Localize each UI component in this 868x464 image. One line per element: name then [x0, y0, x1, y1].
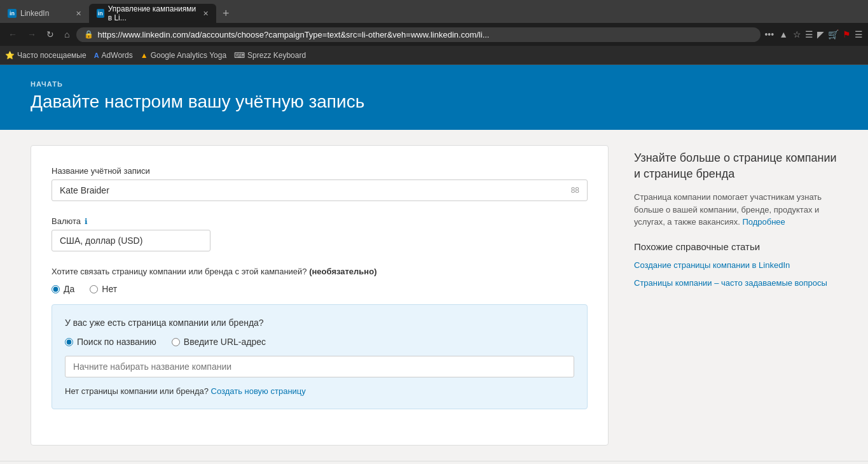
form-section: Название учётной записи 88 Валюта ℹ США,…: [31, 145, 609, 446]
company-page-group: Хотите связать страницу компании или бре…: [52, 267, 588, 409]
yes-no-radio-group: Да Нет: [52, 284, 588, 294]
bookmark-adwords-label: AdWords: [102, 51, 133, 60]
radio-no-input[interactable]: [90, 285, 98, 293]
radio-no-text: Нет: [102, 284, 117, 294]
company-page-question: Хотите связать страницу компании или бре…: [52, 267, 588, 276]
page-footer: Назад Далее: [0, 461, 868, 464]
search-by-name-label[interactable]: Поиск по названию: [65, 337, 156, 347]
bookmark-frequent[interactable]: ⭐ Часто посещаемые: [5, 51, 86, 60]
header-label: НАЧАТЬ: [31, 80, 837, 88]
company-box-question: У вас уже есть страница компании или бре…: [65, 318, 574, 328]
browser-window: in LinkedIn ✕ in Управление кампаниями в…: [0, 0, 868, 65]
radio-no-label[interactable]: Нет: [90, 284, 117, 294]
tab-linkedin-campaigns-label: Управление кампаниями в Li...: [108, 4, 199, 22]
menu-button[interactable]: ☰: [855, 29, 863, 39]
sidebar-article-1[interactable]: Создание страницы компании в LinkedIn: [634, 260, 837, 271]
company-box: У вас уже есть страница компании или бре…: [52, 304, 588, 409]
address-bar[interactable]: 🔒: [76, 27, 761, 42]
sidebar-section: Узнайте больше о странице компании и стр…: [634, 145, 837, 446]
linkedin-favicon: in: [8, 9, 17, 18]
bookmark-google-analytics[interactable]: ▲ Google Analytics Yoga: [141, 51, 226, 60]
bookmark-sprezz-label: Sprezz Keyboard: [247, 51, 306, 60]
enter-url-radio[interactable]: [172, 338, 180, 346]
bookmark-sprezz[interactable]: ⌨ Sprezz Keyboard: [234, 51, 306, 60]
shopping-button[interactable]: 🛒: [828, 29, 839, 39]
new-tab-button[interactable]: +: [216, 7, 236, 20]
tab-close-linkedin[interactable]: ✕: [76, 10, 81, 18]
radio-yes-text: Да: [64, 284, 74, 294]
bookmarks-bar: ⭐ Часто посещаемые A AdWords ▲ Google An…: [0, 46, 868, 65]
analytics-icon: ▲: [141, 51, 148, 60]
linkedin-page: НАЧАТЬ Давайте настроим вашу учётную зап…: [0, 65, 868, 464]
company-search-input[interactable]: [65, 356, 574, 377]
no-page-text: Нет страницы компании или бренда? Создат…: [65, 386, 574, 396]
header-banner: НАЧАТЬ Давайте настроим вашу учётную зап…: [0, 65, 868, 130]
sidebar-articles-title: Похожие справочные статьи: [634, 241, 837, 252]
bookmark-adwords[interactable]: A AdWords: [94, 51, 133, 60]
adwords-icon: A: [94, 52, 99, 59]
star-button[interactable]: ☆: [793, 29, 801, 39]
tab-close-campaigns[interactable]: ✕: [203, 10, 209, 18]
bookmark-analytics-label: Google Analytics Yoga: [151, 51, 226, 60]
company-question-optional: (необязательно): [309, 267, 376, 276]
sidebar-desc: Страница компании помогает участникам уз…: [634, 191, 837, 228]
tab-linkedin-main[interactable]: in LinkedIn ✕: [0, 4, 89, 23]
search-by-name-radio[interactable]: [65, 338, 73, 346]
currency-info-icon[interactable]: ℹ: [85, 217, 88, 226]
refresh-button[interactable]: ↻: [43, 28, 57, 41]
account-name-group: Название учётной записи 88: [52, 166, 588, 201]
account-name-input[interactable]: [60, 185, 571, 195]
linkedin-campaigns-favicon: in: [97, 9, 104, 18]
url-input[interactable]: [97, 30, 753, 39]
tab-linkedin-campaigns[interactable]: in Управление кампаниями в Li... ✕: [89, 4, 216, 23]
enter-url-text: Введите URL-адрес: [184, 337, 266, 347]
flag-button[interactable]: ⚑: [843, 29, 851, 39]
search-by-name-text: Поиск по названию: [77, 337, 156, 347]
address-bar-row: ← → ↻ ⌂ 🔒 ••• ▲ ☆ ☰ ◤ 🛒 ⚑ ☰: [0, 23, 868, 46]
tab-linkedin-main-label: LinkedIn: [20, 9, 49, 18]
create-page-link[interactable]: Создать новую страницу: [211, 386, 306, 396]
address-bar-actions: ••• ▲ ☆: [764, 29, 801, 39]
radio-yes-label[interactable]: Да: [52, 284, 74, 294]
account-name-label: Название учётной записи: [52, 166, 588, 176]
enter-url-label[interactable]: Введите URL-адрес: [172, 337, 266, 347]
home-button[interactable]: ⌂: [61, 28, 72, 41]
lock-icon: 🔒: [84, 30, 93, 39]
account-name-char-count: 88: [571, 186, 579, 195]
tab-bar: in LinkedIn ✕ in Управление кампаниями в…: [0, 0, 868, 23]
forward-nav-button[interactable]: →: [24, 28, 39, 41]
sprezz-icon: ⌨: [234, 51, 245, 60]
currency-group: Валюта ℹ США, доллар (USD): [52, 216, 588, 251]
account-name-input-wrapper: 88: [52, 179, 588, 201]
sidebar-toggle-button[interactable]: ◤: [817, 29, 824, 39]
main-content: Название учётной записи 88 Валюта ℹ США,…: [0, 130, 868, 461]
sidebar-article-2[interactable]: Страницы компании – часто задаваемые воп…: [634, 278, 837, 289]
header-title: Давайте настроим вашу учётную запись: [31, 92, 837, 112]
sidebar-learn-more-link[interactable]: Подробнее: [742, 217, 785, 227]
pocket-button[interactable]: ▲: [779, 29, 788, 39]
more-options-button[interactable]: •••: [764, 29, 774, 39]
reading-view-button[interactable]: ☰: [805, 29, 813, 39]
back-nav-button[interactable]: ←: [5, 28, 20, 41]
bookmark-frequent-label: Часто посещаемые: [17, 51, 86, 60]
star-bookmark-icon: ⭐: [5, 51, 15, 60]
currency-select[interactable]: США, доллар (USD): [52, 230, 210, 251]
radio-yes-input[interactable]: [52, 285, 60, 293]
currency-label: Валюта ℹ: [52, 216, 588, 226]
sidebar-title: Узнайте больше о странице компании и стр…: [634, 150, 837, 182]
company-search-radio-group: Поиск по названию Введите URL-адрес: [65, 337, 574, 347]
